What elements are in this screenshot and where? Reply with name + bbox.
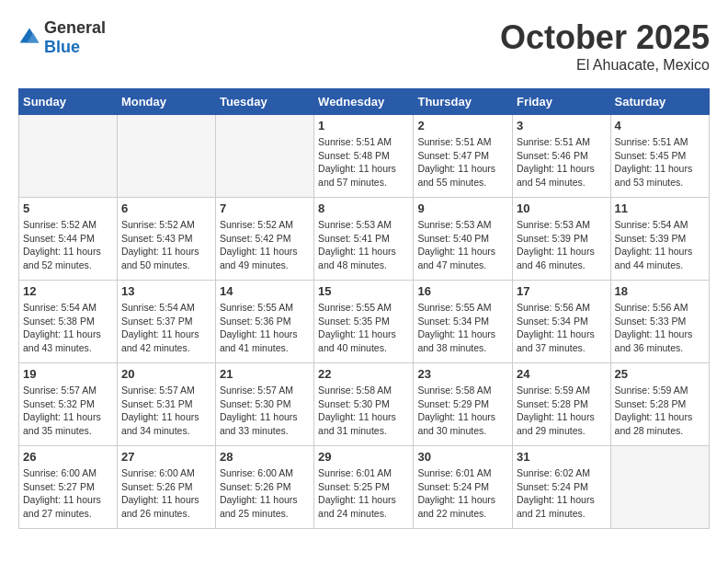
day-number: 15	[318, 284, 409, 298]
day-info: Sunrise: 6:00 AM Sunset: 5:27 PM Dayligh…	[23, 466, 113, 521]
day-info: Sunrise: 5:52 AM Sunset: 5:43 PM Dayligh…	[121, 218, 211, 272]
calendar-cell: 23Sunrise: 5:58 AM Sunset: 5:29 PM Dayli…	[414, 363, 513, 446]
logo-blue-text: Blue	[44, 38, 80, 56]
day-info: Sunrise: 5:54 AM Sunset: 5:37 PM Dayligh…	[121, 301, 211, 355]
weekday-header-sunday: Sunday	[19, 89, 118, 115]
day-number: 26	[23, 450, 113, 464]
calendar-cell: 5Sunrise: 5:52 AM Sunset: 5:44 PM Daylig…	[19, 198, 118, 281]
calendar-cell: 21Sunrise: 5:57 AM Sunset: 5:30 PM Dayli…	[215, 363, 313, 446]
title-section: October 2025 El Ahuacate, Mexico	[500, 18, 710, 74]
calendar-cell: 17Sunrise: 5:56 AM Sunset: 5:34 PM Dayli…	[513, 281, 611, 363]
day-info: Sunrise: 5:52 AM Sunset: 5:44 PM Dayligh…	[23, 218, 113, 272]
day-info: Sunrise: 5:51 AM Sunset: 5:47 PM Dayligh…	[417, 135, 508, 190]
calendar-cell: 7Sunrise: 5:52 AM Sunset: 5:42 PM Daylig…	[215, 198, 313, 281]
calendar-table: SundayMondayTuesdayWednesdayThursdayFrid…	[18, 88, 710, 529]
weekday-header-thursday: Thursday	[414, 89, 513, 115]
weekday-header-friday: Friday	[513, 89, 611, 115]
calendar-cell: 11Sunrise: 5:54 AM Sunset: 5:39 PM Dayli…	[610, 198, 709, 281]
calendar-cell: 10Sunrise: 5:53 AM Sunset: 5:39 PM Dayli…	[513, 198, 611, 281]
day-info: Sunrise: 5:55 AM Sunset: 5:34 PM Dayligh…	[417, 301, 508, 355]
calendar-cell: 4Sunrise: 5:51 AM Sunset: 5:45 PM Daylig…	[610, 115, 709, 198]
week-row-2: 5Sunrise: 5:52 AM Sunset: 5:44 PM Daylig…	[19, 198, 710, 281]
calendar-cell	[610, 446, 709, 529]
day-number: 25	[615, 367, 705, 381]
day-info: Sunrise: 5:53 AM Sunset: 5:39 PM Dayligh…	[517, 218, 607, 272]
day-info: Sunrise: 5:57 AM Sunset: 5:30 PM Dayligh…	[220, 384, 310, 438]
calendar-cell: 24Sunrise: 5:59 AM Sunset: 5:28 PM Dayli…	[513, 363, 611, 446]
day-number: 10	[517, 201, 607, 215]
day-number: 8	[318, 201, 409, 215]
day-info: Sunrise: 5:56 AM Sunset: 5:34 PM Dayligh…	[517, 301, 607, 355]
weekday-header-tuesday: Tuesday	[215, 89, 313, 115]
day-number: 24	[517, 367, 607, 381]
calendar-cell: 28Sunrise: 6:00 AM Sunset: 5:26 PM Dayli…	[215, 446, 313, 529]
day-info: Sunrise: 5:59 AM Sunset: 5:28 PM Dayligh…	[615, 384, 705, 438]
location-text: El Ahuacate, Mexico	[500, 57, 710, 74]
day-number: 23	[417, 367, 508, 381]
logo-icon	[18, 27, 40, 49]
day-number: 21	[220, 367, 310, 381]
page-header: General Blue October 2025 El Ahuacate, M…	[18, 18, 710, 74]
calendar-cell: 31Sunrise: 6:02 AM Sunset: 5:24 PM Dayli…	[513, 446, 611, 529]
week-row-1: 1Sunrise: 5:51 AM Sunset: 5:48 PM Daylig…	[19, 115, 710, 198]
day-info: Sunrise: 5:58 AM Sunset: 5:30 PM Dayligh…	[318, 384, 409, 438]
week-row-3: 12Sunrise: 5:54 AM Sunset: 5:38 PM Dayli…	[19, 281, 710, 363]
week-row-4: 19Sunrise: 5:57 AM Sunset: 5:32 PM Dayli…	[19, 363, 710, 446]
calendar-cell: 22Sunrise: 5:58 AM Sunset: 5:30 PM Dayli…	[314, 363, 414, 446]
logo-general-text: General	[44, 18, 106, 37]
day-info: Sunrise: 5:57 AM Sunset: 5:31 PM Dayligh…	[121, 384, 211, 438]
calendar-cell: 3Sunrise: 5:51 AM Sunset: 5:46 PM Daylig…	[513, 115, 611, 198]
calendar-cell: 26Sunrise: 6:00 AM Sunset: 5:27 PM Dayli…	[19, 446, 118, 529]
day-info: Sunrise: 5:55 AM Sunset: 5:35 PM Dayligh…	[318, 301, 409, 355]
calendar-cell: 25Sunrise: 5:59 AM Sunset: 5:28 PM Dayli…	[610, 363, 709, 446]
day-number: 6	[121, 201, 211, 215]
day-info: Sunrise: 5:57 AM Sunset: 5:32 PM Dayligh…	[23, 384, 113, 438]
day-info: Sunrise: 6:00 AM Sunset: 5:26 PM Dayligh…	[220, 466, 310, 521]
day-number: 2	[417, 119, 508, 132]
day-number: 30	[417, 450, 508, 464]
day-number: 29	[318, 450, 409, 464]
day-number: 7	[220, 201, 310, 215]
month-title: October 2025	[500, 18, 710, 57]
day-number: 31	[517, 450, 607, 464]
calendar-cell: 14Sunrise: 5:55 AM Sunset: 5:36 PM Dayli…	[215, 281, 313, 363]
day-info: Sunrise: 5:52 AM Sunset: 5:42 PM Dayligh…	[220, 218, 310, 272]
day-number: 11	[615, 201, 705, 215]
day-info: Sunrise: 6:01 AM Sunset: 5:25 PM Dayligh…	[318, 466, 409, 521]
calendar-cell: 20Sunrise: 5:57 AM Sunset: 5:31 PM Dayli…	[117, 363, 215, 446]
day-number: 20	[121, 367, 211, 381]
day-number: 5	[23, 201, 113, 215]
calendar-cell	[19, 115, 118, 198]
day-info: Sunrise: 5:51 AM Sunset: 5:45 PM Dayligh…	[615, 135, 705, 190]
day-info: Sunrise: 5:54 AM Sunset: 5:38 PM Dayligh…	[23, 301, 113, 355]
weekday-header-wednesday: Wednesday	[314, 89, 414, 115]
logo: General Blue	[18, 18, 106, 57]
calendar-cell: 29Sunrise: 6:01 AM Sunset: 5:25 PM Dayli…	[314, 446, 414, 529]
day-number: 12	[23, 284, 113, 298]
day-number: 1	[318, 119, 409, 132]
weekday-header-saturday: Saturday	[610, 89, 709, 115]
day-info: Sunrise: 5:55 AM Sunset: 5:36 PM Dayligh…	[220, 301, 310, 355]
calendar-cell: 30Sunrise: 6:01 AM Sunset: 5:24 PM Dayli…	[414, 446, 513, 529]
day-info: Sunrise: 5:54 AM Sunset: 5:39 PM Dayligh…	[615, 218, 705, 272]
day-info: Sunrise: 5:59 AM Sunset: 5:28 PM Dayligh…	[517, 384, 607, 438]
day-info: Sunrise: 5:53 AM Sunset: 5:40 PM Dayligh…	[417, 218, 508, 272]
week-row-5: 26Sunrise: 6:00 AM Sunset: 5:27 PM Dayli…	[19, 446, 710, 529]
day-info: Sunrise: 6:00 AM Sunset: 5:26 PM Dayligh…	[121, 466, 211, 521]
day-number: 3	[517, 119, 607, 132]
day-number: 27	[121, 450, 211, 464]
calendar-cell: 19Sunrise: 5:57 AM Sunset: 5:32 PM Dayli…	[19, 363, 118, 446]
calendar-cell: 16Sunrise: 5:55 AM Sunset: 5:34 PM Dayli…	[414, 281, 513, 363]
day-number: 4	[615, 119, 705, 132]
calendar-cell: 12Sunrise: 5:54 AM Sunset: 5:38 PM Dayli…	[19, 281, 118, 363]
calendar-cell: 9Sunrise: 5:53 AM Sunset: 5:40 PM Daylig…	[414, 198, 513, 281]
calendar-cell: 18Sunrise: 5:56 AM Sunset: 5:33 PM Dayli…	[610, 281, 709, 363]
calendar-cell: 6Sunrise: 5:52 AM Sunset: 5:43 PM Daylig…	[117, 198, 215, 281]
weekday-header-row: SundayMondayTuesdayWednesdayThursdayFrid…	[19, 89, 710, 115]
calendar-cell: 1Sunrise: 5:51 AM Sunset: 5:48 PM Daylig…	[314, 115, 414, 198]
day-info: Sunrise: 5:58 AM Sunset: 5:29 PM Dayligh…	[417, 384, 508, 438]
day-info: Sunrise: 6:02 AM Sunset: 5:24 PM Dayligh…	[517, 466, 607, 521]
calendar-cell	[215, 115, 313, 198]
day-number: 18	[615, 284, 705, 298]
calendar-cell	[117, 115, 215, 198]
